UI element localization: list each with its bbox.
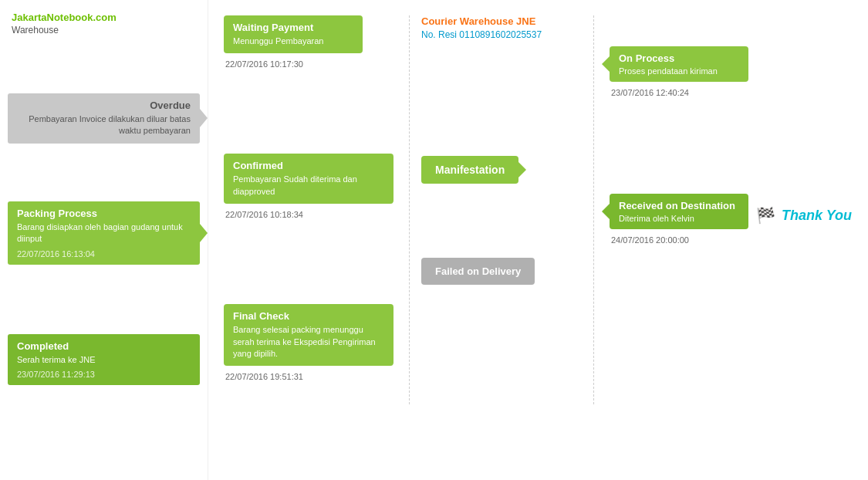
timeline: Waiting Payment Menunggu Pembayaran 22/0…: [224, 15, 853, 404]
manifestation-group: Manifestation: [421, 148, 582, 184]
received-title: Received on Destination: [619, 200, 739, 211]
on-process-group: On Process Proses pendataan kiriman 23/0…: [610, 46, 853, 97]
col-left: Waiting Payment Menunggu Pembayaran 22/0…: [224, 15, 409, 404]
final-check-group: Final Check Barang selesai packing menun…: [224, 304, 409, 381]
site-name[interactable]: JakartaNotebook.com: [12, 12, 196, 23]
confirmed-box: Confirmed Pembayaran Sudah diterima dan …: [224, 154, 393, 204]
waiting-payment-group: Waiting Payment Menunggu Pembayaran 22/0…: [224, 15, 409, 69]
on-process-desc: Proses pendataan kiriman: [619, 66, 739, 76]
confirmed-group: Confirmed Pembayaran Sudah diterima dan …: [224, 154, 409, 219]
main-content: Waiting Payment Menunggu Pembayaran 22/0…: [208, 0, 868, 480]
failed-box: Failed on Delivery: [421, 258, 535, 285]
courier-resi-label: No. Resi: [421, 29, 457, 40]
waiting-payment-title: Waiting Payment: [233, 22, 353, 33]
received-date: 24/07/2016 20:00:00: [611, 235, 853, 245]
confirmed-desc: Pembayaran Sudah diterima dan diapproved: [233, 174, 384, 198]
col-right: On Process Proses pendataan kiriman 23/0…: [594, 15, 853, 404]
on-process-box: On Process Proses pendataan kiriman: [610, 46, 748, 82]
sidebar-item-packing: Packing Process Barang disiapkan oleh ba…: [8, 201, 200, 265]
received-desc: Diterima oleh Kelvin: [619, 214, 739, 223]
completed-title: Completed: [17, 340, 191, 352]
packing-desc: Barang disiapkan oleh bagian gudang untu…: [17, 221, 191, 245]
sidebar-item-overdue: Overdue Pembayaran Invoice dilakukan dil…: [8, 93, 200, 144]
confirmed-date: 22/07/2016 10:18:34: [225, 210, 409, 219]
overdue-desc: Pembayaran Invoice dilakukan diluar bata…: [17, 113, 191, 137]
sidebar-item-completed: Completed Serah terima ke JNE 23/07/2016…: [8, 334, 200, 385]
packing-title: Packing Process: [17, 208, 191, 219]
on-process-date: 23/07/2016 12:40:24: [611, 88, 853, 97]
completed-desc: Serah terima ke JNE: [17, 354, 191, 366]
waiting-payment-date: 22/07/2016 10:17:30: [225, 59, 409, 69]
final-check-title: Final Check: [233, 310, 384, 322]
waiting-payment-desc: Menunggu Pembayaran: [233, 35, 353, 47]
packing-date: 22/07/2016 16:13:04: [17, 249, 191, 259]
thank-you-text: Thank You: [782, 208, 852, 224]
final-check-date: 22/07/2016 19:51:31: [225, 372, 409, 381]
on-process-title: On Process: [619, 52, 739, 64]
col-center: Courier Warehouse JNE No. Resi 011089160…: [409, 15, 594, 404]
flag-icon: 🏁: [756, 206, 775, 225]
overdue-title: Overdue: [17, 100, 191, 111]
manifestation-box: Manifestation: [421, 156, 518, 184]
final-check-desc: Barang selesai packing menunggu serah te…: [233, 324, 384, 360]
courier-title: Courier Warehouse JNE: [421, 15, 582, 27]
sidebar: JakartaNotebook.com Warehouse Overdue Pe…: [0, 0, 208, 480]
courier-resi: No. Resi 0110891602025537: [421, 29, 582, 40]
sidebar-header: JakartaNotebook.com Warehouse: [0, 12, 208, 39]
courier-info: Courier Warehouse JNE No. Resi 011089160…: [421, 15, 582, 44]
page-wrapper: JakartaNotebook.com Warehouse Overdue Pe…: [0, 0, 868, 480]
failed-group: Failed on Delivery: [421, 252, 582, 285]
confirmed-title: Confirmed: [233, 160, 384, 171]
warehouse-label: Warehouse: [12, 25, 196, 35]
received-group: Received on Destination Diterima oleh Ke…: [610, 194, 853, 245]
courier-resi-number[interactable]: 0110891602025537: [459, 29, 542, 40]
waiting-payment-box: Waiting Payment Menunggu Pembayaran: [224, 15, 363, 53]
thank-you-row: 🏁 Thank You: [756, 206, 852, 225]
received-box: Received on Destination Diterima oleh Ke…: [610, 194, 748, 229]
completed-date: 23/07/2016 11:29:13: [17, 370, 191, 379]
final-check-box: Final Check Barang selesai packing menun…: [224, 304, 393, 366]
